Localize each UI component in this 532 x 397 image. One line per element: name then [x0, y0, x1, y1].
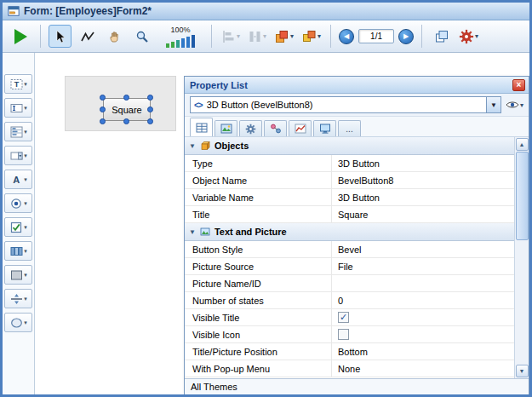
bevel-button-object[interactable]: Square: [103, 98, 151, 121]
input-field-tool[interactable]: ▾: [4, 98, 32, 118]
object-tool-palette: T ▾ ▾ ▾ ▾ A ▾ ▾: [3, 53, 35, 394]
close-button[interactable]: ×: [512, 79, 525, 91]
zoom-bars-icon[interactable]: [166, 34, 195, 48]
cursor-arrow-icon: [54, 30, 67, 43]
select-tool-button[interactable]: [49, 25, 72, 48]
oval-tool[interactable]: ▾: [4, 313, 32, 332]
property-value: ✓: [331, 309, 514, 325]
list-box-tool[interactable]: ▾: [4, 122, 32, 141]
property-row-with-popup-menu[interactable]: With Pop-up Menu None: [185, 360, 514, 377]
property-row-button-style[interactable]: Button Style Bevel: [185, 241, 514, 258]
splitter-tool[interactable]: ▾: [4, 289, 32, 308]
zoom-tool-button[interactable]: [130, 25, 153, 48]
property-list-titlebar[interactable]: Property List ×: [185, 77, 529, 94]
property-list-title: Property List: [190, 80, 512, 90]
eye-icon: [506, 100, 519, 110]
property-scrollbar[interactable]: ▲ ▼: [514, 137, 529, 378]
main-area: T ▾ ▾ ▾ ▾ A ▾ ▾: [3, 53, 529, 394]
combo-box-tool[interactable]: ▾: [4, 146, 32, 165]
app-window: Form: [Employees]Form2* 100% ▾: [0, 0, 532, 397]
object-selector-value: 3D Button (BevelButton8): [207, 100, 482, 110]
scroll-down-button[interactable]: ▼: [516, 365, 529, 377]
combo-box-icon: [9, 149, 23, 163]
themes-footer[interactable]: All Themes: [185, 378, 529, 394]
property-value[interactable]: 0: [331, 292, 514, 308]
tab-picture[interactable]: [215, 120, 237, 136]
text-area-tool[interactable]: T ▾: [4, 74, 32, 94]
property-value[interactable]: BevelButton8: [331, 172, 514, 188]
dropdown-arrow-icon: ▾: [24, 248, 27, 255]
property-row-visible-title[interactable]: Visible Title ✓: [185, 309, 514, 326]
new-window-button[interactable]: [430, 25, 453, 48]
scrollbar-thumb[interactable]: [516, 152, 529, 240]
zoom-level-control[interactable]: 100%: [157, 26, 203, 48]
visible-icon-checkbox[interactable]: ✓: [338, 329, 349, 340]
section-header-objects[interactable]: ▼ Objects: [185, 137, 514, 155]
color-menu-button[interactable]: ▾: [300, 28, 323, 45]
button-grid-tool[interactable]: ▾: [4, 241, 32, 261]
property-row-object-name[interactable]: Object Name BevelButton8: [185, 172, 514, 189]
settings-menu-button[interactable]: ▾: [457, 27, 480, 46]
property-rows: ▼ Objects Type 3D Button Object Name Bev…: [185, 137, 514, 378]
hand-tool-button[interactable]: [103, 25, 126, 48]
level-menu-button[interactable]: ▾: [272, 28, 295, 45]
tab-chart[interactable]: [289, 120, 312, 136]
next-page-button[interactable]: ▶: [398, 29, 414, 44]
svg-text:T: T: [14, 80, 19, 89]
tab-settings[interactable]: [239, 120, 262, 136]
property-row-type[interactable]: Type 3D Button: [185, 155, 514, 172]
property-name: Visible Title: [185, 309, 331, 325]
rectangle-tool[interactable]: ▾: [4, 265, 32, 285]
property-row-title-picture-position[interactable]: Title/Picture Position Bottom: [185, 343, 514, 360]
run-form-button[interactable]: [9, 25, 32, 48]
selection-handle-middle-left[interactable]: [100, 106, 106, 112]
page-number-field[interactable]: 1/1: [358, 29, 394, 43]
form-canvas[interactable]: Square Property List × <>: [35, 53, 529, 394]
object-selector-combo[interactable]: <> 3D Button (BevelButton8) ▼: [190, 96, 501, 113]
objects-cube-icon: [200, 141, 210, 151]
property-value[interactable]: 3D Button: [331, 189, 514, 205]
radio-button-icon: [9, 197, 23, 210]
property-list-palette: Property List × <> 3D Button (BevelButto…: [184, 76, 529, 394]
property-value[interactable]: Square: [331, 206, 514, 222]
view-options-button[interactable]: ▾: [506, 100, 523, 110]
property-value[interactable]: File: [331, 258, 514, 274]
property-row-picture-name-id[interactable]: Picture Name/ID: [185, 275, 514, 292]
property-value[interactable]: Bottom: [331, 343, 514, 360]
tab-properties[interactable]: [190, 118, 213, 136]
property-value[interactable]: Bevel: [331, 241, 514, 257]
tab-events[interactable]: [264, 120, 287, 136]
selection-handle-bottom-middle[interactable]: [123, 118, 129, 124]
pen-tool-button[interactable]: [76, 25, 99, 48]
property-row-title[interactable]: Title Square: [185, 206, 514, 223]
label-tool[interactable]: A ▾: [4, 170, 32, 189]
previous-page-button[interactable]: ◀: [339, 29, 354, 44]
button-grid-icon: [9, 245, 23, 258]
collapse-triangle-icon: ▼: [189, 142, 196, 150]
form-body[interactable]: Square: [65, 76, 176, 131]
selection-handle-top-middle[interactable]: [123, 95, 129, 101]
selection-handle-top-left[interactable]: [100, 95, 106, 101]
property-value[interactable]: 3D Button: [331, 155, 514, 171]
property-row-variable-name[interactable]: Variable Name 3D Button: [185, 189, 514, 206]
scroll-up-button[interactable]: ▲: [516, 138, 529, 151]
radio-button-tool[interactable]: ▾: [4, 193, 32, 213]
dropdown-arrow-icon: ▾: [520, 101, 523, 109]
visible-title-checkbox[interactable]: ✓: [338, 312, 349, 323]
selection-handle-middle-right[interactable]: [147, 106, 153, 112]
selection-handle-bottom-left[interactable]: [100, 118, 106, 124]
title-bar[interactable]: Form: [Employees]Form2*: [3, 3, 529, 20]
combo-dropdown-button[interactable]: ▼: [486, 97, 501, 112]
dropdown-arrow-icon: ▾: [24, 319, 27, 326]
section-header-text-and-picture[interactable]: ▼ Text and Picture: [185, 223, 514, 241]
property-row-picture-source[interactable]: Picture Source File: [185, 258, 514, 275]
tab-more[interactable]: ...: [338, 120, 361, 136]
property-value[interactable]: None: [331, 360, 514, 377]
property-row-visible-icon[interactable]: Visible Icon ✓: [185, 326, 514, 343]
property-row-number-of-states[interactable]: Number of states 0: [185, 292, 514, 309]
selection-handle-bottom-right[interactable]: [147, 118, 153, 124]
tab-display[interactable]: [313, 120, 336, 136]
property-value[interactable]: [331, 275, 514, 291]
selection-handle-top-right[interactable]: [147, 95, 153, 101]
checkbox-tool[interactable]: ▾: [4, 217, 32, 237]
